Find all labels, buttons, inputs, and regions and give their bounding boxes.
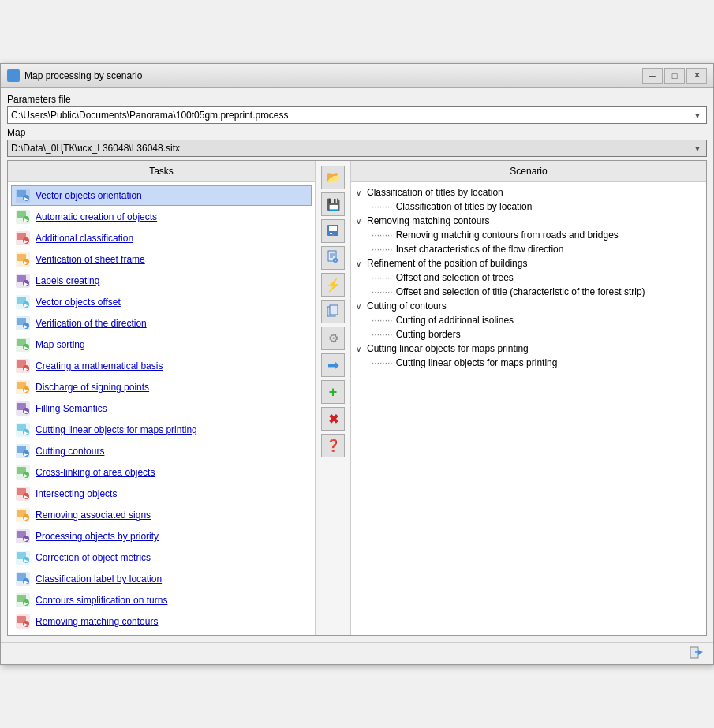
tree-item-7: ········ Offset and selection of title (… <box>356 285 701 299</box>
tree-item-1: ········ Classification of titles by loc… <box>356 200 701 214</box>
help-button[interactable]: ❓ <box>321 434 345 457</box>
tree-expand-icon-8[interactable]: ∨ <box>356 302 365 311</box>
tree-expand-icon-5[interactable]: ∨ <box>356 259 365 268</box>
saveas-button[interactable]: ✓ <box>321 219 345 243</box>
task-label-t9: Creating a mathematical basis <box>36 360 163 371</box>
tree-item-2[interactable]: ∨Removing matching contours <box>356 214 701 228</box>
svg-rect-0 <box>9 71 18 78</box>
map-dropdown-arrow: ▼ <box>692 144 703 153</box>
maximize-button[interactable]: □ <box>664 68 685 84</box>
open-button[interactable]: 📂 <box>321 166 345 189</box>
tree-item-4: ········ Inset characteristics of the fl… <box>356 242 701 256</box>
svg-text:▶: ▶ <box>24 218 28 222</box>
task-item-t10[interactable]: ▶ Discharge of signing points <box>11 377 312 398</box>
task-item-t18[interactable]: ▶ Correction of object metrics <box>11 547 312 568</box>
tree-label-7: Offset and selection of title (character… <box>396 286 645 297</box>
svg-text:▶: ▶ <box>24 260 28 265</box>
task-item-t3[interactable]: ▶ Additional classification <box>11 228 312 248</box>
task-icon-t14: ▶ <box>15 465 31 480</box>
task-icon-t12: ▶ <box>15 422 31 438</box>
tree-item-11[interactable]: ∨Cutting linear objects for maps printin… <box>356 342 701 356</box>
tree-item-6: ········ Offset and selection of trees <box>356 271 701 285</box>
saveas-icon: ✓ <box>326 223 340 240</box>
tree-expand-icon-0[interactable]: ∨ <box>356 189 365 197</box>
tree-label-1: Classification of titles by location <box>396 201 533 212</box>
task-item-t19[interactable]: ▶ Classification label by location <box>11 569 312 589</box>
svg-text:▶: ▶ <box>24 239 28 244</box>
title-bar-left: Map processing by scenario <box>7 69 142 82</box>
tree-expand-icon-2[interactable]: ∨ <box>356 217 365 226</box>
exit-button[interactable] <box>686 645 707 663</box>
svg-text:▶: ▶ <box>24 196 28 201</box>
tree-dots-7: ········ <box>372 286 393 297</box>
task-item-t5[interactable]: ▶ Labels creating <box>11 271 312 291</box>
svg-rect-97 <box>330 305 338 315</box>
task-label-t10: Discharge of signing points <box>36 382 149 393</box>
task-label-t6: Vector objects offset <box>36 297 121 308</box>
tree-label-9: Cutting of additional isolines <box>396 315 514 326</box>
scenario-panel: Scenario ∨Classification of titles by lo… <box>351 161 706 635</box>
add-button[interactable]: + <box>321 380 345 404</box>
tree-item-5[interactable]: ∨Refinement of the position of buildings <box>356 256 701 271</box>
tasks-panel: Tasks ▶ Vector objects orientation ▶ Aut… <box>8 161 316 635</box>
tree-dots-4: ········ <box>372 244 393 255</box>
delete-button[interactable]: ✖ <box>321 407 345 431</box>
task-label-t14: Cross-linking of area objects <box>36 467 155 478</box>
task-icon-t18: ▶ <box>15 550 31 566</box>
settings-button[interactable]: ⚙ <box>321 327 345 350</box>
task-item-t4[interactable]: ▶ Verification of sheet frame <box>11 249 312 270</box>
map-label: Map <box>7 127 707 138</box>
tree-item-8[interactable]: ∨Cutting of contours <box>356 299 701 313</box>
task-icon-t3: ▶ <box>15 230 31 246</box>
task-icon-t9: ▶ <box>15 358 31 374</box>
task-icon-t1: ▶ <box>15 188 31 203</box>
task-item-t9[interactable]: ▶ Creating a mathematical basis <box>11 356 312 376</box>
forward-button[interactable]: ➡ <box>321 353 345 377</box>
task-label-t15: Intersecting objects <box>36 488 117 499</box>
svg-text:▶: ▶ <box>24 431 28 435</box>
task-label-t17: Processing objects by priority <box>36 531 159 542</box>
task-label-t4: Verification of sheet frame <box>36 254 145 265</box>
svg-text:▶: ▶ <box>24 558 28 563</box>
svg-text:▶: ▶ <box>24 409 28 414</box>
task-label-t20: Contours simplification on turns <box>36 595 167 606</box>
folder-icon: 📂 <box>326 170 341 185</box>
task-item-t14[interactable]: ▶ Cross-linking of area objects <box>11 462 312 483</box>
window-title: Map processing by scenario <box>24 70 142 81</box>
task-item-t12[interactable]: ▶ Cutting linear objects for maps printi… <box>11 420 312 440</box>
task-item-t11[interactable]: ▶ Filling Semantics <box>11 398 312 419</box>
task-item-t21[interactable]: ▶ Removing matching contours <box>11 611 312 632</box>
tree-item-0[interactable]: ∨Classification of titles by location <box>356 185 701 200</box>
task-icon-t2: ▶ <box>15 209 31 225</box>
tree-dots-9: ········ <box>372 315 393 326</box>
task-item-t15[interactable]: ▶ Intersecting objects <box>11 483 312 504</box>
task-item-t16[interactable]: ▶ Removing associated signs <box>11 505 312 525</box>
task-item-t2[interactable]: ▶ Automatic creation of objects <box>11 207 312 227</box>
tree-expand-icon-11[interactable]: ∨ <box>356 345 365 353</box>
minimize-button[interactable]: ─ <box>642 68 663 84</box>
window-body: Parameters file C:\Users\Public\Document… <box>1 88 713 642</box>
task-label-t5: Labels creating <box>36 275 99 286</box>
svg-text:▶: ▶ <box>24 580 28 584</box>
copy-button[interactable] <box>321 300 345 323</box>
params-input[interactable]: C:\Users\Public\Documents\Panorama\100t0… <box>7 106 707 124</box>
task-item-t13[interactable]: ▶ Cutting contours <box>11 441 312 461</box>
svg-text:▶: ▶ <box>24 622 28 627</box>
close-button[interactable]: ✕ <box>686 68 707 84</box>
exit-icon <box>689 644 705 663</box>
task-item-t1[interactable]: ▶ Vector objects orientation <box>11 185 312 206</box>
tree-item-10: ········ Cutting borders <box>356 327 701 342</box>
new-button[interactable]: + <box>321 246 345 270</box>
task-item-t7[interactable]: ▶ Verification of the direction <box>11 313 312 334</box>
task-icon-t7: ▶ <box>15 315 31 331</box>
run-button[interactable]: ⚡ <box>321 273 345 297</box>
task-item-t20[interactable]: ▶ Contours simplification on turns <box>11 590 312 610</box>
params-dropdown-arrow[interactable]: ▼ <box>692 111 703 120</box>
svg-text:▶: ▶ <box>24 282 28 286</box>
task-item-t8[interactable]: ▶ Map sorting <box>11 334 312 355</box>
status-bar <box>1 642 713 664</box>
map-input: D:\Data\_0ЦТК\исх_L36048\L36048.sitx ▼ <box>7 140 707 157</box>
task-item-t17[interactable]: ▶ Processing objects by priority <box>11 526 312 547</box>
task-item-t6[interactable]: ▶ Vector objects offset <box>11 292 312 312</box>
save-button[interactable]: 💾 <box>321 192 345 216</box>
